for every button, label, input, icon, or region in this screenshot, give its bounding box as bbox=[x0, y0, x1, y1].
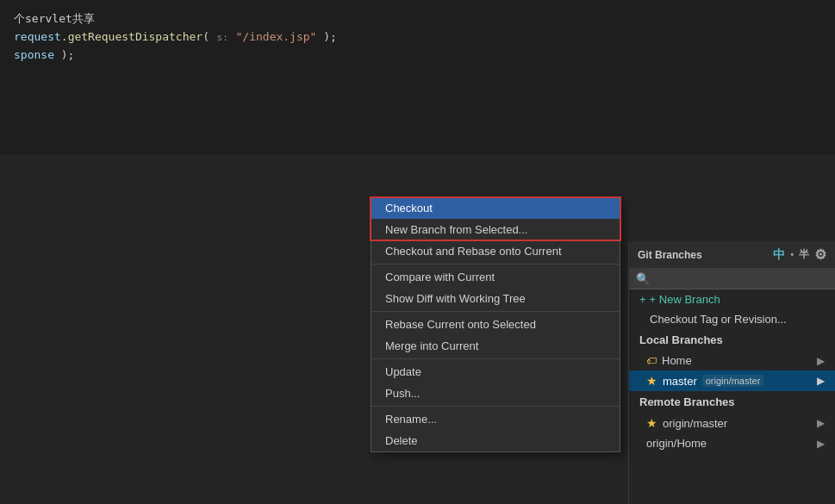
context-menu-rebase[interactable]: Rebase Current onto Selected bbox=[371, 314, 620, 335]
context-menu-checkout[interactable]: Checkout bbox=[371, 197, 620, 219]
git-header-icons: 中 • 半 ⚙ bbox=[773, 246, 826, 263]
git-settings-icon[interactable]: ⚙ bbox=[814, 246, 826, 263]
git-branches-title: Git Branches bbox=[638, 249, 702, 261]
origin-master-label: ★ origin/master bbox=[646, 416, 727, 430]
remote-branches-header: Remote Branches bbox=[629, 391, 835, 413]
separator-2 bbox=[371, 311, 620, 312]
home-branch-name: Home bbox=[662, 354, 692, 367]
code-line-1: 个servlet共享 bbox=[14, 10, 821, 28]
context-menu-show-diff[interactable]: Show Diff with Working Tree bbox=[371, 288, 620, 309]
plus-icon: + bbox=[639, 293, 646, 306]
git-chinese-icon[interactable]: 中 bbox=[773, 247, 785, 263]
separator-1 bbox=[371, 264, 620, 264]
context-menu-checkout-rebase[interactable]: Checkout and Rebase onto Current bbox=[371, 240, 620, 262]
git-branches-header: Git Branches 中 • 半 ⚙ bbox=[629, 241, 835, 269]
git-dot-icon[interactable]: • bbox=[790, 250, 794, 259]
separator-3 bbox=[371, 358, 620, 359]
context-menu-merge[interactable]: Merge into Current bbox=[371, 335, 620, 357]
branch-home[interactable]: 🏷 Home ▶ bbox=[629, 351, 835, 370]
master-branch-name: master bbox=[663, 375, 697, 388]
origin-home-label: origin/Home bbox=[646, 437, 707, 450]
checkout-tag-action[interactable]: Checkout Tag or Revision... bbox=[629, 309, 835, 329]
star-icon-master: ★ bbox=[646, 374, 657, 388]
new-branch-label: + New Branch bbox=[650, 293, 720, 306]
separator-4 bbox=[371, 406, 620, 407]
context-menu-push[interactable]: Push... bbox=[371, 383, 620, 404]
origin-master-arrow-icon: ▶ bbox=[817, 417, 825, 429]
origin-master-name: origin/master bbox=[663, 417, 727, 430]
origin-home-arrow-icon: ▶ bbox=[817, 438, 825, 450]
code-line-3: sponse ); bbox=[14, 47, 821, 65]
context-menu-rename[interactable]: Rename... bbox=[371, 408, 620, 430]
context-menu-delete[interactable]: Delete bbox=[371, 430, 620, 451]
branch-home-label: 🏷 Home bbox=[646, 354, 692, 367]
code-editor: 个servlet共享 request.getRequestDispatcher(… bbox=[0, 0, 835, 155]
git-half-icon[interactable]: 半 bbox=[799, 247, 809, 262]
context-menu-update[interactable]: Update bbox=[371, 361, 620, 383]
star-icon-origin-master: ★ bbox=[646, 416, 657, 430]
branch-origin-master[interactable]: ★ origin/master ▶ bbox=[629, 413, 835, 433]
git-search-box[interactable]: 🔍 bbox=[629, 269, 835, 289]
tag-icon-home: 🏷 bbox=[646, 355, 657, 367]
origin-home-name: origin/Home bbox=[646, 437, 707, 450]
branch-origin-home[interactable]: origin/Home ▶ bbox=[629, 433, 835, 453]
home-arrow-icon: ▶ bbox=[817, 355, 825, 367]
local-branches-header: Local Branches bbox=[629, 329, 835, 351]
branch-master-label: ★ master origin/master bbox=[646, 374, 763, 388]
context-menu-new-branch[interactable]: New Branch from Selected... bbox=[371, 219, 620, 240]
new-branch-action[interactable]: + + New Branch bbox=[629, 289, 835, 309]
master-arrow-icon: ▶ bbox=[817, 375, 825, 387]
context-menu-compare[interactable]: Compare with Current bbox=[371, 266, 620, 288]
checkout-tag-label: Checkout Tag or Revision... bbox=[650, 313, 787, 326]
context-menu: Checkout New Branch from Selected... Che… bbox=[371, 196, 620, 452]
search-icon: 🔍 bbox=[636, 272, 650, 285]
git-branches-panel: Git Branches 中 • 半 ⚙ 🔍 + + New Branch Ch… bbox=[628, 241, 835, 504]
master-origin-label: origin/master bbox=[702, 375, 764, 387]
code-line-2: request.getRequestDispatcher( s: "/index… bbox=[14, 28, 821, 47]
branch-master[interactable]: ★ master origin/master ▶ bbox=[629, 370, 835, 391]
